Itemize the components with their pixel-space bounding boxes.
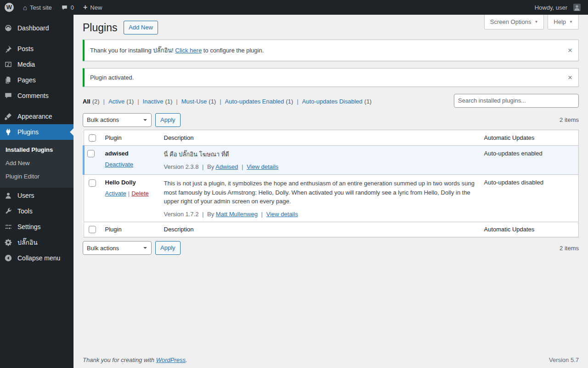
sidebar-item-custom-plugin[interactable]: ปลั๊กอิน [0,235,74,250]
screen-options-toggle[interactable]: Screen Options ▼ [484,15,544,29]
filter-inactive-link[interactable]: Inactive [143,98,164,105]
plus-icon: + [83,4,87,11]
table-footer-row: Plugin Description Automatic Updates [84,222,579,237]
separator: | [202,211,204,218]
separator: | [103,98,105,105]
view-details-link[interactable]: View details [247,163,278,170]
sidebar-item-pages[interactable]: Pages [0,72,74,88]
deactivate-link[interactable]: Deactivate [105,161,133,168]
sidebar-item-settings[interactable]: Settings [0,219,74,235]
sidebar-item-plugins[interactable]: Plugins [0,124,74,140]
plugin-row-actions: Activate|Delete [105,190,155,197]
plugin-author-link[interactable]: Matt Mullenweg [216,211,258,218]
apply-button[interactable]: Apply [155,113,181,127]
submenu-plugin-editor[interactable]: Plugin Editor [0,170,74,183]
plugin-row-adwised: adwised Deactivate นี่ คือ ปลั๊กอิน โฆษณ… [84,145,579,175]
sidebar-item-label: Comments [17,92,49,99]
sidebar-item-label: Posts [17,45,34,52]
sidebar-item-label: Dashboard [17,24,49,32]
submenu-add-new[interactable]: Add New [0,156,74,170]
dismiss-notice-button[interactable]: × [564,44,577,57]
activate-link[interactable]: Activate [105,190,126,197]
collapse-menu-button[interactable]: Collapse menu [0,250,74,266]
filter-autoupdates-enabled: Auto-updates Enabled (1) | [225,98,302,105]
wrench-icon [4,207,13,216]
bulk-actions-select[interactable]: Bulk actions [83,241,152,255]
howdy-label: Howdy, user [535,4,567,11]
separator: | [137,98,139,105]
site-name-menu[interactable]: ⌂ Test site [18,0,57,15]
menu-separator [0,36,74,41]
help-toggle[interactable]: Help ▼ [548,15,579,29]
plugins-submenu: Installed Plugins Add New Plugin Editor [0,140,74,188]
view-details-link[interactable]: View details [266,211,298,218]
column-header-description: Description [159,130,480,146]
comments-menu[interactable]: 0 [57,0,79,15]
filter-autoupdates-disabled-link[interactable]: Auto-updates Disabled [302,98,363,105]
column-header-auto-updates: Automatic Updates [480,130,579,146]
select-plugin-checkbox[interactable] [89,179,96,187]
delete-link[interactable]: Delete [131,190,149,197]
new-content-menu[interactable]: + New [79,0,107,15]
plugin-description: นี่ คือ ปลั๊กอิน โฆษณา ที่ดี [164,150,475,159]
filter-all-link[interactable]: All [83,98,90,105]
add-new-plugin-button[interactable]: Add New [124,21,158,34]
my-account-menu[interactable]: Howdy, user [530,0,585,15]
filter-inactive: Inactive (1) | [143,98,181,105]
separator: | [242,163,243,170]
sidebar-item-users[interactable]: Users [0,188,74,203]
filter-must-use-link[interactable]: Must-Use [181,98,207,105]
search-installed-plugins-input[interactable] [454,94,579,108]
bulk-actions-select[interactable]: Bulk actions [83,113,152,127]
notice-install-text: Thank you for installing ปลั๊กอิน! Click… [90,46,561,55]
filter-active-link[interactable]: Active [108,98,124,105]
filter-count: (1) [126,98,134,105]
sidebar-item-media[interactable]: Media [0,57,74,72]
dashboard-icon [4,23,13,33]
sidebar-item-posts[interactable]: Posts [0,41,74,57]
select-all-checkbox[interactable] [89,134,96,142]
home-icon: ⌂ [23,4,27,11]
sidebar-item-tools[interactable]: Tools [0,203,74,219]
notice-install-link[interactable]: Click here [175,47,202,54]
separator: | [261,211,263,218]
sidebar-item-dashboard[interactable]: Dashboard [0,20,74,36]
collapse-arrow-icon [4,253,13,263]
site-name-label: Test site [30,4,52,11]
plugin-author-link[interactable]: Adwised [215,163,238,170]
separator: | [220,98,221,105]
plugin-name: Hello Dolly [105,179,136,186]
filter-count: (1) [364,98,372,105]
wordpress-link[interactable]: WordPress [156,356,186,363]
screen-meta: Screen Options ▼ Help ▼ [484,15,579,29]
screen-options-label: Screen Options [490,18,531,25]
notice-activated-text: Plugin activated. [90,74,561,81]
search-box [454,94,579,108]
select-all-checkbox[interactable] [89,226,96,233]
users-icon [4,191,13,200]
submenu-installed-plugins[interactable]: Installed Plugins [0,143,74,156]
filter-autoupdates-enabled-link[interactable]: Auto-updates Enabled [225,98,284,105]
comment-bubble-icon [61,4,68,11]
wordpress-logo-menu[interactable]: W [0,0,18,15]
separator: | [176,98,177,105]
menu-separator [0,104,74,109]
separator: | [202,163,204,170]
sidebar-item-comments[interactable]: Comments [0,88,74,104]
select-plugin-checkbox[interactable] [87,150,95,157]
footer-thanks: Thank you for creating with WordPress. [83,356,187,363]
sidebar-item-label: ปลั๊กอิน [17,237,38,247]
dismiss-notice-button[interactable]: × [564,71,577,84]
apply-button[interactable]: Apply [155,241,181,255]
pages-icon [4,75,13,85]
comments-icon [4,91,13,100]
tablenav-bottom: Bulk actions Apply 2 items [83,241,579,255]
paintbrush-icon [4,112,13,121]
sidebar-item-label: Plugins [17,128,39,136]
page-title: Plugins [83,19,117,37]
items-count: 2 items [560,245,579,252]
sidebar-item-appearance[interactable]: Appearance [0,109,74,124]
plugin-meta: Version 1.7.2 | By Matt Mullenweg | View… [164,211,475,218]
sidebar-item-label: Pages [17,76,36,84]
column-header-auto-updates: Automatic Updates [480,222,579,237]
